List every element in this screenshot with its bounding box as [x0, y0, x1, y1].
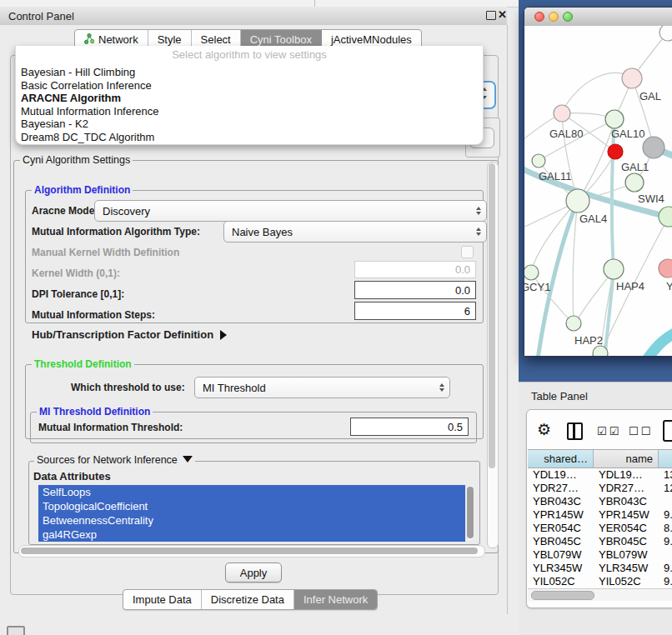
unchecked-boxes-icon[interactable]: ☐☐	[629, 425, 653, 438]
mi-type-combo[interactable]: Naive Bayes	[223, 221, 487, 242]
table-row[interactable]: YDR27… YDR27… 12	[528, 482, 672, 495]
attribute-item[interactable]: SelfLoops	[38, 485, 465, 499]
sources-toggle[interactable]: Sources for Network Inference	[34, 454, 195, 466]
table-row[interactable]: YLR345W YLR345W 9.	[528, 562, 672, 575]
chevron-down-icon	[183, 456, 193, 462]
algorithm-option[interactable]: Basic Correlation Inference	[21, 79, 478, 92]
mi-threshold-field[interactable]	[350, 418, 469, 436]
algorithm-option-selected[interactable]: ARACNE Algorithm	[21, 92, 478, 105]
settings-group-title: Cyni Algorithm Settings	[20, 154, 133, 166]
stepper-icon	[439, 383, 449, 392]
svg-text:GAL11: GAL11	[539, 170, 572, 182]
mi-threshold-definition-title: MI Threshold Definition	[37, 406, 153, 418]
threshold-definition-title: Threshold Definition	[32, 358, 134, 370]
node-swi4	[659, 207, 672, 227]
checked-boxes-icon[interactable]: ☑☑	[597, 425, 621, 438]
node-gal4	[566, 189, 589, 212]
node-gal-partial	[622, 68, 642, 88]
algorithm-dropdown-placeholder: Select algorithm to view settings	[16, 48, 483, 61]
table-header: shared… name	[528, 449, 672, 468]
close-traffic-light[interactable]	[534, 12, 544, 22]
float-window-icon[interactable]	[486, 11, 496, 20]
settings-scrollbar-thumb[interactable]	[489, 163, 495, 468]
dpi-tolerance-field[interactable]	[354, 281, 476, 299]
aracne-mode-combo[interactable]: Discovery	[94, 200, 487, 222]
gear-icon[interactable]: ⚙	[537, 422, 551, 438]
zoom-traffic-light[interactable]	[563, 12, 573, 22]
data-attributes-list: SelfLoops TopologicalCoefficient Between…	[38, 485, 465, 542]
table-rows: YDL19… YDL19… 13 YDR27… YDR27… 12 YBR043…	[528, 468, 672, 588]
node-gal1	[625, 173, 644, 192]
algorithm-option[interactable]: Mutual Information Inference	[21, 105, 478, 118]
minimize-traffic-light[interactable]	[549, 12, 559, 22]
table-row[interactable]: YBR043C YBR043C	[528, 495, 672, 508]
control-panel-titlebar: Control Panel	[0, 7, 507, 26]
node-hap2	[566, 316, 581, 331]
tab-discretize-data[interactable]: Discretize Data	[202, 590, 294, 609]
node	[659, 26, 672, 41]
table-panel-region: Table Panel ⚙ ☑☑ ☐☐ shared… name YDL19… …	[519, 382, 672, 635]
column-header-partial[interactable]	[659, 449, 672, 468]
data-attributes-label: Data Attributes	[33, 470, 111, 482]
table-row[interactable]: YDL19… YDL19… 13	[528, 468, 672, 482]
algorithm-option[interactable]: Bayesian - K2	[21, 118, 478, 131]
close-icon[interactable]: ✕	[498, 8, 507, 21]
collapsed-panel-icon[interactable]	[7, 626, 25, 635]
svg-text:HAP2: HAP2	[574, 334, 603, 347]
network-canvas[interactable]: GAL GAL80 GAL10 GAL1 GAL11 SWI4 GAL4 GCY…	[524, 26, 672, 356]
table-row[interactable]: YBL079W YBL079W	[528, 548, 672, 562]
svg-text:HAP4: HAP4	[616, 280, 644, 292]
table-row[interactable]: YER054C YER054C 8.	[528, 522, 672, 535]
svg-text:GAL10: GAL10	[611, 128, 644, 140]
algorithm-option[interactable]: Bayesian - Hill Climbing	[21, 66, 478, 79]
svg-text:GAL80: GAL80	[549, 128, 583, 140]
network-window-titlebar[interactable]	[524, 8, 672, 27]
attribute-item[interactable]: gal4RGexp	[38, 528, 465, 542]
settings-hscrollbar[interactable]	[18, 545, 485, 558]
control-panel-title: Control Panel	[8, 10, 74, 22]
svg-text:GAL4: GAL4	[579, 212, 607, 225]
table-panel-card: ⚙ ☑☑ ☐☐ shared… name YDL19… YDL19… 13 YD…	[526, 409, 672, 608]
which-threshold-label: Which threshold to use:	[71, 382, 185, 393]
column-header-name[interactable]: name	[594, 449, 659, 468]
stepper-icon	[476, 207, 486, 215]
table-row[interactable]: YPR145W YPR145W 9.	[528, 508, 672, 522]
svg-text:GAL: GAL	[639, 90, 661, 102]
node-gcy1	[524, 265, 539, 280]
tab-infer-network[interactable]: Infer Network	[294, 590, 377, 609]
attributes-scrollbar[interactable]	[466, 486, 474, 541]
node-gal80	[554, 105, 570, 122]
manual-kernel-label: Manual Kernel Width Definition	[32, 247, 179, 258]
svg-text:SWI4: SWI4	[638, 192, 664, 205]
svg-text:GAL1: GAL1	[621, 161, 649, 173]
attribute-item[interactable]: TopologicalCoefficient	[38, 499, 465, 513]
dpi-tolerance-label: DPI Tolerance [0,1]:	[32, 288, 124, 300]
columns-icon[interactable]	[567, 422, 583, 440]
which-threshold-combo[interactable]: MI Threshold	[194, 377, 450, 398]
algorithm-definition-title: Algorithm Definition	[32, 184, 133, 196]
mi-steps-field[interactable]	[354, 302, 476, 320]
bottom-tabbar: Impute Data Discretize Data Infer Networ…	[123, 589, 378, 610]
document-icon[interactable]	[663, 420, 672, 442]
settings-scrollbar[interactable]	[487, 162, 499, 548]
manual-kernel-checkbox[interactable]	[461, 246, 474, 258]
node-gal11	[532, 154, 545, 168]
svg-text:GCY1: GCY1	[524, 281, 550, 293]
attribute-item[interactable]: BetweennessCentrality	[38, 513, 465, 528]
node-gray	[643, 137, 664, 158]
tab-impute-data[interactable]: Impute Data	[123, 590, 202, 609]
node-hap4	[604, 259, 624, 279]
algorithm-dropdown-items: Bayesian - Hill Climbing Basic Correlati…	[21, 66, 478, 144]
column-header-shared[interactable]: shared…	[528, 449, 594, 468]
table-hscrollbar[interactable]	[528, 588, 672, 601]
kernel-width-label: Kernel Width (0,1):	[32, 268, 120, 279]
tab-network-label: Network	[98, 33, 138, 46]
algorithm-option[interactable]: Dream8 DC_TDC Algorithm	[21, 131, 478, 144]
network-view-window: GAL GAL80 GAL10 GAL1 GAL11 SWI4 GAL4 GCY…	[524, 7, 672, 357]
apply-button[interactable]: Apply	[225, 562, 282, 582]
table-row[interactable]: YBR045C YBR045C 9.	[528, 535, 672, 548]
kernel-width-field[interactable]	[354, 261, 476, 278]
mi-type-label: Mutual Information Algorithm Type:	[32, 226, 200, 238]
table-row[interactable]: YIL052C YIL052C 9.	[528, 575, 672, 588]
hub-definition-toggle[interactable]: Hub/Transcription Factor Definition	[32, 328, 227, 341]
